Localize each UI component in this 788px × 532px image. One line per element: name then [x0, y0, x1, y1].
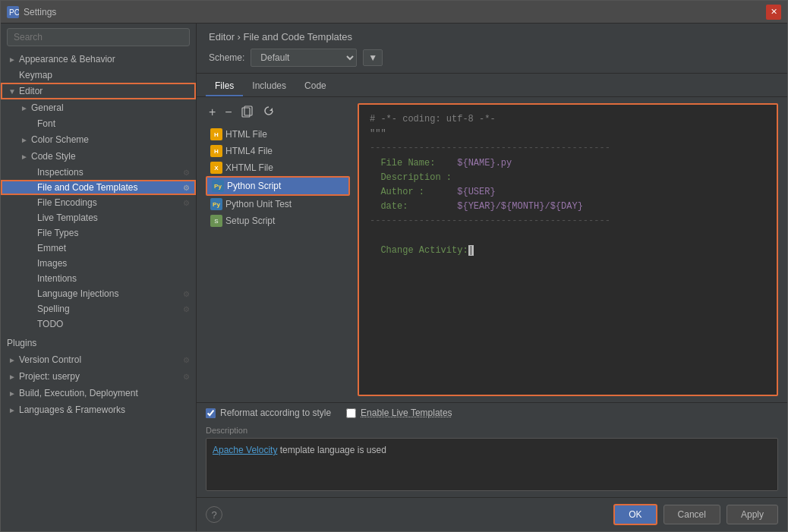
sidebar-label-plugins: Plugins: [7, 338, 36, 348]
file-item-setup-script[interactable]: S Setup Script: [206, 212, 350, 229]
file-list: H HTML File H HTML4 File X XHTML File: [206, 126, 350, 396]
sidebar-label-emmet: Emmet: [37, 243, 66, 253]
sidebar-item-todo[interactable]: TODO: [1, 316, 196, 332]
file-label-xhtml: XHTML File: [225, 162, 273, 173]
add-button[interactable]: +: [206, 104, 219, 121]
apache-velocity-link[interactable]: Apache Velocity: [213, 445, 277, 455]
spelling-icon: ⚙: [183, 305, 190, 313]
footer-left: ?: [206, 506, 607, 523]
file-label-python-unit-test: Python Unit Test: [225, 199, 292, 209]
sidebar-label-project: Project: userpy: [19, 371, 80, 382]
breadcrumb: Editor › File and Code Templates: [209, 31, 775, 42]
cancel-button[interactable]: Cancel: [663, 505, 720, 524]
sidebar-label-inspections: Inspections: [37, 167, 84, 178]
python-icon: Py: [212, 180, 224, 192]
description-label: Description: [206, 426, 778, 435]
sidebar-label-editor: Editor: [19, 86, 43, 96]
arrow-build: [7, 388, 17, 398]
sidebar-item-languages[interactable]: Languages & Frameworks: [1, 401, 196, 418]
tab-includes[interactable]: Includes: [243, 77, 295, 96]
apply-button[interactable]: Apply: [727, 505, 778, 524]
window-title: Settings: [24, 7, 766, 17]
ok-button[interactable]: OK: [613, 504, 657, 525]
sidebar-item-color-scheme[interactable]: Color Scheme: [1, 131, 196, 148]
arrow-appearance: [7, 54, 17, 65]
arrow-project: [7, 371, 17, 382]
content-area: + − H HTML File: [197, 97, 787, 402]
close-button[interactable]: ✕: [766, 5, 781, 20]
sidebar-item-file-types[interactable]: File Types: [1, 225, 196, 241]
sidebar-label-code-style: Code Style: [31, 151, 76, 162]
app-icon: PC: [7, 6, 19, 18]
arrow-general: [19, 102, 30, 113]
sidebar-label-language-injections: Language Injections: [37, 288, 118, 299]
sidebar-label-languages: Languages & Frameworks: [19, 405, 125, 415]
lang-inject-icon: ⚙: [183, 290, 190, 298]
file-item-html[interactable]: H HTML File: [206, 126, 350, 143]
tabs-row: Files Includes Code: [197, 77, 787, 97]
sidebar-item-editor[interactable]: Editor: [1, 83, 196, 99]
file-item-python-script[interactable]: Py Python Script: [206, 176, 350, 196]
sidebar-item-file-code-templates[interactable]: File and Code Templates ⚙: [1, 180, 196, 195]
code-editor-panel: # -*- coding: utf-8 -*- """ ------------…: [358, 103, 778, 396]
svg-text:PC: PC: [9, 8, 19, 17]
breadcrumb-separator: ›: [235, 31, 244, 42]
reset-button[interactable]: [260, 103, 278, 121]
help-button[interactable]: ?: [206, 506, 222, 523]
tab-files[interactable]: Files: [206, 77, 243, 96]
description-rest: template language is used: [277, 445, 386, 455]
sidebar-label-file-code-templates: File and Code Templates: [37, 182, 138, 193]
sidebar-item-general[interactable]: General: [1, 99, 196, 116]
titlebar: PC Settings ✕: [1, 1, 787, 24]
scheme-dropdown-button[interactable]: ▼: [363, 49, 383, 66]
sidebar-item-intentions[interactable]: Intentions: [1, 271, 196, 286]
arrow-code-style: [19, 151, 30, 162]
sidebar: Appearance & Behavior Keymap Editor Gene…: [1, 24, 197, 531]
sidebar-item-spelling[interactable]: Spelling ⚙: [1, 301, 196, 316]
sidebar-label-font: Font: [37, 118, 55, 129]
file-encodings-icon: ⚙: [183, 199, 190, 207]
sidebar-item-live-templates[interactable]: Live Templates: [1, 210, 196, 225]
sidebar-item-file-encodings[interactable]: File Encodings ⚙: [1, 195, 196, 210]
code-line1: # -*- coding: utf-8 -*-: [370, 114, 496, 124]
html-icon: H: [210, 128, 222, 140]
file-item-xhtml[interactable]: X XHTML File: [206, 159, 350, 176]
arrow-languages: [7, 405, 17, 415]
vc-icon: ⚙: [183, 356, 190, 364]
file-label-python-script: Python Script: [227, 181, 281, 191]
copy-button[interactable]: [238, 104, 257, 121]
sidebar-item-inspections[interactable]: Inspections ⚙: [1, 165, 196, 180]
live-templates-checkbox[interactable]: [346, 408, 356, 418]
project-icon: ⚙: [183, 373, 190, 381]
sidebar-item-project[interactable]: Project: userpy ⚙: [1, 368, 196, 385]
sidebar-item-build[interactable]: Build, Execution, Deployment: [1, 385, 196, 401]
sidebar-label-todo: TODO: [37, 319, 63, 329]
sidebar-item-keymap[interactable]: Keymap: [1, 68, 196, 83]
file-label-setup-script: Setup Script: [225, 216, 275, 226]
sidebar-item-images[interactable]: Images: [1, 256, 196, 271]
code-editor[interactable]: # -*- coding: utf-8 -*- """ ------------…: [358, 103, 778, 396]
sidebar-item-appearance[interactable]: Appearance & Behavior: [1, 51, 196, 68]
code-line4: File Name: ${NAME}.py: [370, 158, 512, 168]
sidebar-item-language-injections[interactable]: Language Injections ⚙: [1, 286, 196, 301]
reformat-checkbox[interactable]: [206, 408, 216, 418]
inspections-icon: ⚙: [183, 168, 190, 177]
search-input[interactable]: [7, 28, 190, 46]
scheme-row: Scheme: Default ▼: [209, 49, 775, 67]
file-item-html4[interactable]: H HTML4 File: [206, 143, 350, 159]
remove-button[interactable]: −: [222, 104, 235, 121]
sidebar-label-file-types: File Types: [37, 228, 78, 238]
file-item-python-unit-test[interactable]: Py Python Unit Test: [206, 196, 350, 212]
sidebar-item-font[interactable]: Font: [1, 116, 196, 131]
code-line8: ----------------------------------------…: [370, 216, 610, 226]
sidebar-item-version-control[interactable]: Version Control ⚙: [1, 351, 196, 368]
sidebar-label-appearance: Appearance & Behavior: [19, 54, 115, 65]
scheme-select[interactable]: Default: [251, 49, 357, 67]
arrow-color-scheme: [19, 134, 30, 145]
sidebar-item-code-style[interactable]: Code Style: [1, 148, 196, 165]
python-unit-icon: Py: [210, 198, 222, 210]
tab-code[interactable]: Code: [295, 77, 336, 96]
sidebar-item-emmet[interactable]: Emmet: [1, 241, 196, 256]
sidebar-item-plugins[interactable]: Plugins: [1, 335, 196, 351]
sidebar-label-general: General: [31, 102, 64, 113]
